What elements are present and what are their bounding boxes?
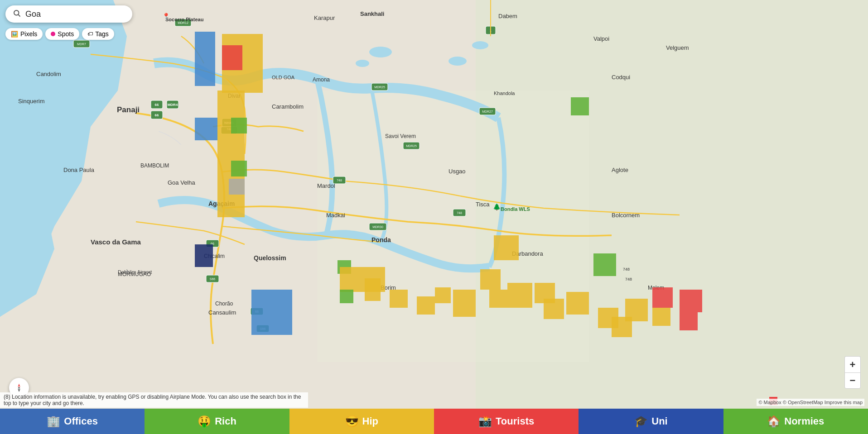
svg-text:Carambolim: Carambolim [272,103,304,110]
svg-marker-89 [18,389,20,392]
pixels-icon: 🖼️ [11,31,18,38]
map-square-30 [680,312,698,330]
svg-point-5 [448,57,467,66]
spots-dot [51,32,55,36]
svg-text:MDR30: MDR30 [372,225,383,229]
map-square-20 [507,283,532,308]
svg-text:Socorro Plateau: Socorro Plateau [165,17,203,22]
search-icon [13,9,21,19]
svg-text:Khandola: Khandola [494,91,515,96]
map-background: 66 66 MDR4 NH4A 748 748 748 MDR30 66 S66… [0,0,868,434]
svg-text:Dabem: Dabem [498,13,517,19]
normies-emoji: 🏠 [767,415,781,428]
svg-text:Sankhali: Sankhali [360,10,384,17]
map-square-24 [566,292,589,315]
svg-text:Panaji: Panaji [117,105,140,114]
svg-text:S66: S66 [210,277,216,281]
svg-text:Valpoi: Valpoi [593,35,609,42]
svg-marker-88 [18,384,20,387]
bottom-nav: 🏢 Offices 🤑 Rich 😎 Hip 📸 Tourists 🎓 Uni … [0,409,868,434]
svg-text:Tisca: Tisca [476,201,490,208]
map-square-19 [489,290,507,308]
svg-point-86 [14,10,19,15]
svg-text:Candolim: Candolim [36,71,61,77]
map-square-2 [222,45,242,70]
svg-text:Velguem: Velguem [666,44,689,51]
map-square-0 [195,32,215,86]
zoom-in-button[interactable]: + [844,356,861,372]
svg-text:66: 66 [155,113,159,117]
svg-text:Savoi Verem: Savoi Verem [385,133,416,139]
map-square-32 [612,317,632,337]
svg-point-90 [18,387,20,389]
svg-text:Aglote: Aglote [612,167,628,173]
map-square-12 [340,290,353,303]
rich-label: Rich [215,415,236,427]
nav-uni[interactable]: 🎓 Uni [579,409,723,434]
search-input[interactable] [25,10,121,19]
attribution-text: © Mapbox © OpenStreetMap Improve this ma… [758,400,863,405]
search-bar[interactable] [5,5,132,23]
nav-normies[interactable]: 🏠 Normies [723,409,868,434]
uni-label: Uni [651,415,667,427]
map-square-14 [390,290,408,308]
nav-tourists[interactable]: 📸 Tourists [434,409,579,434]
svg-text:Cansaulim: Cansaulim [208,309,236,316]
uni-emoji: 🎓 [634,415,648,428]
svg-text:BAMBOLIM: BAMBOLIM [140,162,169,169]
map-square-27 [652,287,673,308]
offices-emoji: 🏢 [47,415,60,428]
map-square-18 [480,269,501,290]
nav-rich[interactable]: 🤑 Rich [145,409,289,434]
offices-label: Offices [64,415,98,427]
svg-text:MDR25: MDR25 [406,144,417,148]
map-container[interactable]: 66 66 MDR4 NH4A 748 748 748 MDR30 66 S66… [0,0,868,434]
svg-text:Bolcornem: Bolcornem [612,212,640,219]
status-text: (8) Location information is unavailable,… [4,394,301,406]
svg-text:Madkai: Madkai [326,212,345,219]
attribution[interactable]: © Mapbox © OpenStreetMap Improve this ma… [757,399,864,406]
svg-text:748: 748 [623,267,630,272]
svg-text:MDR27: MDR27 [482,110,493,113]
tourists-label: Tourists [496,415,534,427]
status-bar: (8) Location information is unavailable,… [0,392,308,408]
svg-text:748: 748 [457,211,462,215]
nav-hip[interactable]: 😎 Hip [289,409,434,434]
map-square-22 [494,235,519,260]
svg-text:Chorão: Chorão [215,300,233,307]
svg-text:Mardol: Mardol [317,182,335,189]
zoom-out-button[interactable]: − [844,372,861,389]
svg-text:Dabolim Airport: Dabolim Airport [118,269,152,275]
tags-icon: 🏷 [87,31,93,37]
svg-text:748: 748 [337,179,342,182]
filter-pixels[interactable]: 🖼️ Pixels [5,28,43,40]
pixels-label: Pixels [20,30,37,38]
svg-text:Dona Paula: Dona Paula [63,167,95,173]
svg-text:✈: ✈ [125,268,130,275]
nav-offices[interactable]: 🏢 Offices [0,409,145,434]
map-square-16 [435,287,451,303]
map-square-25 [593,253,616,276]
map-square-5 [231,118,247,134]
map-square-23 [544,299,564,319]
svg-rect-2 [317,91,589,362]
filter-tags[interactable]: 🏷 Tags [82,28,114,40]
svg-text:Quelossim: Quelossim [254,254,286,262]
svg-text:Goa Velha: Goa Velha [168,179,195,186]
filter-spots[interactable]: Spots [45,28,79,40]
svg-text:Bondla WLS: Bondla WLS [501,206,530,212]
svg-text:Codqui: Codqui [612,74,630,81]
svg-text:Sinquerim: Sinquerim [18,98,45,105]
map-square-8 [195,244,213,267]
svg-text:Amona: Amona [313,76,330,83]
map-square-33 [571,97,589,115]
svg-point-4 [356,60,369,67]
svg-line-87 [18,14,20,16]
svg-text:MDR4: MDR4 [168,103,178,107]
svg-point-3 [369,47,392,57]
map-square-7 [229,179,245,195]
map-square-15 [417,296,435,315]
svg-text:🌲: 🌲 [493,203,501,211]
normies-label: Normies [784,415,824,427]
hip-emoji: 😎 [345,415,359,428]
